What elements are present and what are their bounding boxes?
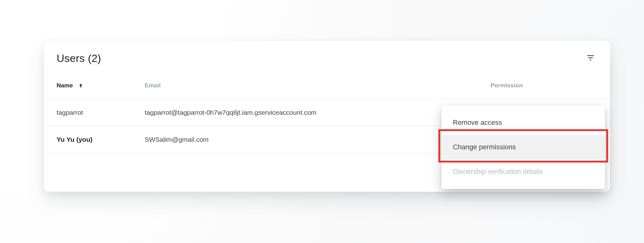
filter-button[interactable]	[585, 53, 596, 64]
menu-item-label: Ownership verification details	[453, 168, 543, 176]
menu-item-change-permissions[interactable]: Change permissions	[441, 135, 605, 159]
column-header-permission-label: Permission	[491, 82, 523, 89]
user-email: tagparrot@tagparrot-0h7w7qq8jt.iam.gserv…	[132, 99, 478, 126]
column-header-email-label: Email	[145, 82, 161, 89]
menu-item-ownership-verification: Ownership verification details	[441, 159, 605, 184]
table-header-row: Name Email Permission	[44, 72, 610, 99]
filter-icon	[586, 53, 595, 64]
user-name: tagparrot	[44, 99, 132, 126]
menu-item-remove-access[interactable]: Remove access	[441, 110, 605, 135]
user-name: Yu Yu (you)	[44, 126, 132, 153]
user-email: SWSalim@gmail.com	[132, 126, 478, 153]
menu-item-label: Remove access	[453, 119, 502, 127]
card-title: Users (2)	[57, 52, 101, 64]
column-header-name[interactable]: Name	[44, 72, 132, 99]
context-menu: Remove access Change permissions Ownersh…	[441, 105, 605, 189]
menu-item-label: Change permissions	[453, 143, 516, 151]
column-header-name-label: Name	[57, 82, 73, 89]
arrow-up-icon	[78, 83, 84, 89]
column-header-permission[interactable]: Permission	[478, 72, 610, 99]
column-header-email[interactable]: Email	[132, 72, 478, 99]
card-header: Users (2)	[44, 41, 610, 72]
